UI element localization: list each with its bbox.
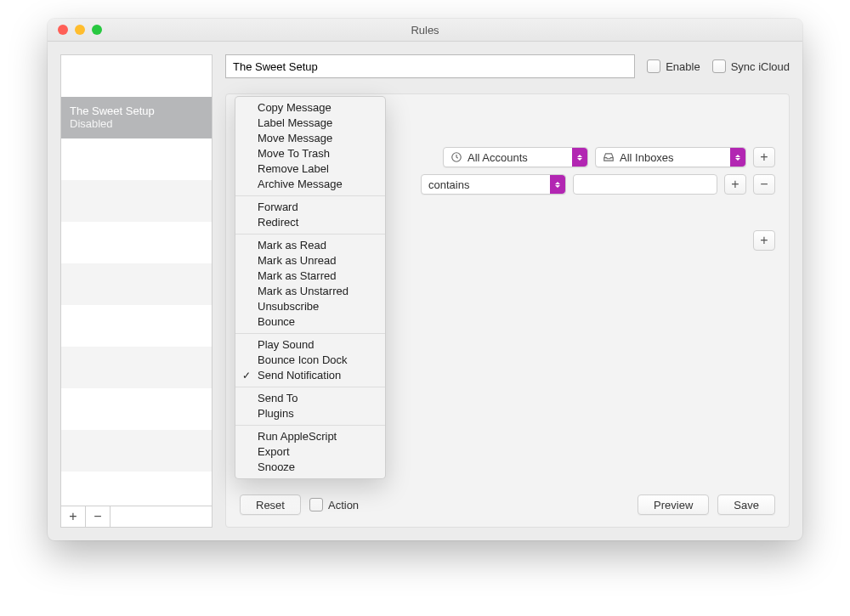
menu-item[interactable]: Bounce (235, 314, 385, 330)
sync-label: Sync iCloud (731, 60, 790, 73)
add-action-button[interactable]: + (753, 230, 775, 251)
operator-value: contains (428, 178, 469, 191)
content: The Sweet Setup Disabled + − (48, 42, 802, 540)
window-controls (48, 25, 102, 35)
menu-item[interactable]: Mark as Unstarred (235, 284, 385, 299)
sidebar-footer: + − (61, 506, 212, 527)
menu-separator (235, 333, 385, 334)
save-button[interactable]: Save (717, 494, 775, 515)
menu-item[interactable]: Redirect (235, 215, 385, 230)
rule-header: Enable Sync iCloud (225, 54, 790, 78)
rule-row[interactable] (61, 263, 212, 305)
clock-icon (450, 151, 462, 163)
menu-item[interactable]: Play Sound (235, 337, 385, 353)
main-panel: Enable Sync iCloud (225, 54, 790, 528)
checkbox-icon (712, 59, 726, 73)
menu-item[interactable]: Send Notification (235, 368, 385, 383)
editor-footer: Reset Action Preview Save (226, 483, 789, 527)
chevron-updown-icon (550, 175, 565, 194)
action-popup-menu[interactable]: Copy MessageLabel MessageMove MessageMov… (235, 96, 386, 479)
rule-name-label: The Sweet Setup (70, 105, 203, 117)
menu-item[interactable]: Plugins (235, 406, 385, 421)
rule-row[interactable] (61, 347, 212, 388)
inboxes-select[interactable]: All Inboxes (595, 147, 746, 167)
menu-item[interactable]: Label Message (235, 116, 385, 131)
rule-status-label: Disabled (70, 117, 203, 130)
rules-window: Rules The Sweet Setup Disabled (48, 19, 802, 540)
menu-separator (235, 234, 385, 235)
menu-item[interactable]: Copy Message (235, 100, 385, 116)
rule-row[interactable] (61, 180, 212, 222)
rule-row[interactable] (61, 138, 212, 180)
chevron-updown-icon (730, 148, 745, 167)
operator-select[interactable]: contains (421, 174, 566, 195)
inboxes-value: All Inboxes (620, 151, 674, 164)
accounts-value: All Accounts (468, 151, 528, 164)
menu-item[interactable]: Bounce Icon Dock (235, 353, 385, 368)
menu-item[interactable]: Move To Trash (235, 146, 385, 161)
menu-item[interactable]: Archive Message (235, 177, 385, 192)
menu-item[interactable]: Move Message (235, 131, 385, 146)
menu-separator (235, 195, 385, 196)
menu-item[interactable]: Run AppleScript (235, 429, 385, 444)
menu-item[interactable]: Snooze (235, 460, 385, 475)
add-condition-button[interactable]: + (724, 174, 746, 195)
menu-item[interactable]: Forward (235, 200, 385, 215)
rule-row[interactable] (61, 305, 212, 347)
menu-separator (235, 387, 385, 387)
accounts-select[interactable]: All Accounts (443, 147, 588, 167)
sync-icloud-checkbox[interactable]: Sync iCloud (712, 59, 790, 73)
menu-item[interactable]: Export (235, 444, 385, 460)
close-icon[interactable] (58, 25, 68, 35)
menu-item[interactable]: Remove Label (235, 161, 385, 177)
enable-label: Enable (666, 60, 700, 73)
rule-row[interactable] (61, 55, 212, 97)
rule-row-selected[interactable]: The Sweet Setup Disabled (61, 97, 212, 138)
menu-item[interactable]: Send To (235, 391, 385, 406)
remove-condition-button[interactable]: − (753, 174, 775, 195)
rule-row[interactable] (61, 222, 212, 263)
checkbox-icon (647, 59, 660, 73)
inbox-icon (603, 151, 615, 163)
titlebar: Rules (48, 19, 802, 42)
action-checkbox[interactable]: Action (309, 498, 359, 511)
window-title: Rules (48, 24, 802, 37)
menu-item[interactable]: Mark as Read (235, 238, 385, 253)
rules-sidebar: The Sweet Setup Disabled + − (60, 54, 212, 528)
menu-item[interactable]: Unsubscribe (235, 299, 385, 314)
enable-checkbox[interactable]: Enable (647, 59, 700, 73)
reset-button[interactable]: Reset (240, 494, 301, 515)
menu-item[interactable]: Mark as Starred (235, 268, 385, 284)
action-label: Action (328, 499, 359, 511)
menu-item[interactable]: Mark as Unread (235, 253, 385, 268)
minimize-icon[interactable] (75, 25, 85, 35)
add-condition-button[interactable]: + (753, 147, 775, 167)
rule-row[interactable] (61, 388, 212, 430)
chevron-updown-icon (572, 148, 587, 167)
condition-value-input[interactable] (573, 174, 717, 195)
rule-name-input[interactable] (225, 54, 635, 78)
remove-rule-button[interactable]: − (86, 506, 110, 527)
rule-editor: All Accounts All Inboxes + (225, 93, 790, 528)
preview-button[interactable]: Preview (638, 494, 709, 515)
rules-list[interactable]: The Sweet Setup Disabled (61, 55, 212, 506)
maximize-icon[interactable] (92, 25, 102, 35)
add-rule-button[interactable]: + (61, 506, 86, 527)
checkbox-icon (309, 498, 323, 511)
rule-row[interactable] (61, 430, 212, 472)
menu-separator (235, 425, 385, 426)
